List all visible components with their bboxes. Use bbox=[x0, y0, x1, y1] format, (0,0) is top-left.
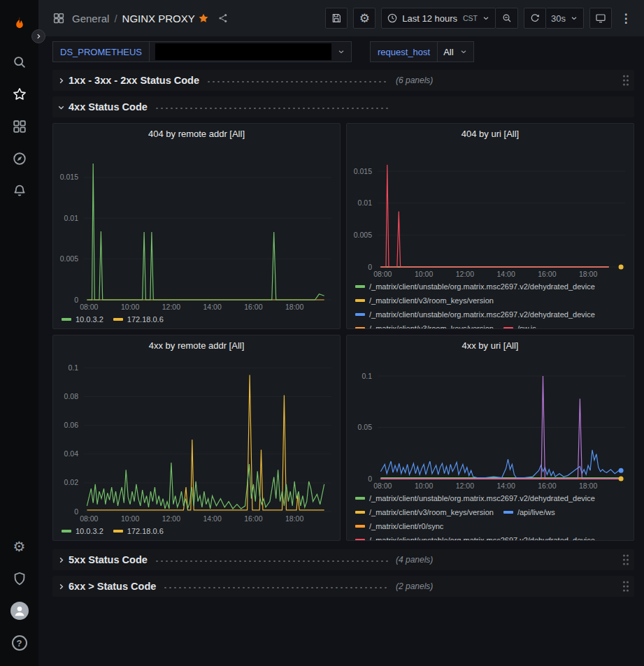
row-header-4xx[interactable]: 4xx Status Code bbox=[52, 96, 634, 117]
sidebar: ⚙ ? bbox=[0, 0, 38, 666]
legend-item[interactable]: /_matrix/client/unstable/org.matrix.msc2… bbox=[355, 281, 595, 292]
legend-label: /sw.js bbox=[517, 323, 536, 328]
breadcrumb-section[interactable]: General bbox=[72, 13, 109, 24]
favorite-star-icon[interactable] bbox=[198, 13, 209, 24]
help-icon[interactable]: ? bbox=[4, 627, 35, 659]
legend-item[interactable]: 172.18.0.6 bbox=[113, 526, 164, 537]
svg-text:0.1: 0.1 bbox=[68, 363, 78, 372]
timeseries-chart[interactable]: 00.050.108:0010:0012:0014:0016:0018:00 bbox=[347, 355, 634, 491]
row-title: 1xx - 3xx - 2xx Status Code bbox=[69, 75, 199, 86]
legend-item[interactable]: /_matrix/client/r0/sync bbox=[355, 521, 443, 532]
more-options-kebab-icon[interactable]: ⋮ bbox=[617, 8, 634, 29]
row-title: 4xx Status Code bbox=[69, 101, 148, 113]
chart-legend: /_matrix/client/unstable/org.matrix.msc2… bbox=[347, 491, 634, 540]
refresh-interval-dropdown[interactable]: 30s bbox=[546, 8, 584, 29]
row-header-5xx[interactable]: 5xx Status Code (4 panels) bbox=[52, 549, 634, 570]
timeseries-chart[interactable]: 00.0050.010.01508:0010:0012:0014:0016:00… bbox=[53, 143, 340, 312]
legend-item[interactable]: /_matrix/client/unstable/org.matrix.msc2… bbox=[355, 493, 595, 504]
legend-item[interactable]: /_matrix/client/v3/room_keys/version bbox=[355, 323, 494, 328]
svg-text:10:00: 10:00 bbox=[415, 270, 433, 278]
time-range-label: Last 12 hours bbox=[402, 13, 457, 24]
share-icon[interactable] bbox=[217, 13, 229, 24]
search-icon[interactable] bbox=[4, 46, 35, 78]
monitor-icon bbox=[595, 13, 606, 24]
timeseries-chart[interactable]: 00.020.040.060.080.108:0010:0012:0014:00… bbox=[53, 355, 340, 524]
variable-label-request-host[interactable]: request_host bbox=[370, 41, 437, 62]
svg-text:16:00: 16:00 bbox=[538, 482, 556, 490]
variable-value-ds-dropdown[interactable] bbox=[149, 41, 352, 62]
clock-icon bbox=[387, 13, 398, 24]
variable-label-ds[interactable]: DS_PROMETHEUS bbox=[52, 41, 149, 62]
legend-label: /_matrix/client/unstable/org.matrix.msc2… bbox=[369, 535, 595, 540]
legend-item[interactable]: /api/live/ws bbox=[503, 507, 555, 518]
chevron-down-icon bbox=[570, 14, 578, 22]
apps-grid-icon[interactable] bbox=[52, 12, 65, 24]
series-color-swatch bbox=[355, 299, 365, 302]
row-title: 5xx Status Code bbox=[69, 554, 148, 565]
time-range-picker[interactable]: Last 12 hours CST bbox=[381, 8, 496, 29]
dashboard-settings-button[interactable]: ⚙ bbox=[353, 8, 375, 29]
legend-item[interactable]: /_matrix/client/v3/room_keys/version bbox=[355, 295, 494, 306]
svg-text:08:00: 08:00 bbox=[80, 303, 98, 311]
configuration-gear-icon[interactable]: ⚙ bbox=[4, 530, 35, 563]
variable-value-request-host-dropdown[interactable]: All bbox=[437, 41, 473, 62]
alerting-bell-icon[interactable] bbox=[4, 175, 35, 207]
row-panel-count: (2 panels) bbox=[396, 581, 433, 591]
legend-label: /_matrix/client/unstable/org.matrix.msc2… bbox=[369, 493, 595, 504]
chevron-right-icon bbox=[57, 76, 66, 85]
legend-item[interactable]: 10.0.3.2 bbox=[62, 314, 103, 325]
variables-bar: DS_PROMETHEUS request_host All bbox=[38, 36, 644, 67]
grafana-logo-icon[interactable] bbox=[4, 6, 35, 42]
drag-handle-icon[interactable] bbox=[622, 553, 630, 566]
save-dashboard-button[interactable] bbox=[325, 8, 348, 29]
panel-404-by-remote-addr: 404 by remote addr [All] 00.0050.010.015… bbox=[52, 123, 341, 329]
legend-label: /api/live/ws bbox=[517, 507, 555, 518]
chart-legend: 10.0.3.2172.18.0.6 bbox=[53, 312, 340, 328]
expand-menu-button[interactable] bbox=[31, 29, 45, 43]
legend-item[interactable]: /_matrix/client/unstable/org.matrix.msc2… bbox=[355, 535, 595, 540]
svg-text:0: 0 bbox=[74, 296, 78, 304]
panel-title[interactable]: 4xx by uri [All] bbox=[347, 335, 634, 355]
legend-item[interactable]: 172.18.0.6 bbox=[113, 314, 164, 325]
legend-item[interactable]: /_matrix/client/v3/room_keys/version bbox=[355, 507, 494, 518]
server-admin-shield-icon[interactable] bbox=[4, 563, 35, 595]
chevron-right-icon bbox=[57, 582, 66, 591]
legend-label: /_matrix/client/unstable/org.matrix.msc2… bbox=[369, 281, 595, 292]
redacted-value bbox=[155, 43, 331, 60]
row-header-1xx[interactable]: 1xx - 3xx - 2xx Status Code (6 panels) bbox=[52, 70, 634, 91]
panel-4xx-by-remote-addr: 4xx by remote addr [All] 00.020.040.060.… bbox=[52, 335, 341, 541]
dashboards-icon[interactable] bbox=[4, 110, 35, 143]
starred-dashboards-icon[interactable] bbox=[4, 78, 35, 110]
legend-label: /_matrix/client/v3/room_keys/version bbox=[369, 507, 494, 518]
timeseries-chart[interactable]: 00.0050.010.01508:0010:0012:0014:0016:00… bbox=[347, 143, 634, 280]
refresh-icon bbox=[529, 13, 541, 24]
dotted-leader bbox=[155, 108, 389, 109]
panel-title[interactable]: 4xx by remote addr [All] bbox=[53, 335, 340, 355]
panels-grid: 404 by remote addr [All] 00.0050.010.015… bbox=[52, 123, 634, 541]
legend-label: 10.0.3.2 bbox=[76, 526, 103, 537]
panel-title[interactable]: 404 by remote addr [All] bbox=[53, 124, 340, 143]
chart-canvas: 00.0050.010.01508:0010:0012:0014:0016:00… bbox=[347, 143, 634, 280]
drag-handle-icon[interactable] bbox=[622, 74, 630, 87]
profile-avatar[interactable] bbox=[4, 595, 35, 627]
zoom-out-time-button[interactable] bbox=[496, 8, 518, 29]
refresh-button[interactable] bbox=[524, 8, 546, 29]
row-panel-count: (6 panels) bbox=[396, 75, 433, 85]
panel-title[interactable]: 404 by uri [All] bbox=[347, 124, 634, 143]
legend-item[interactable]: /sw.js bbox=[503, 323, 536, 328]
svg-text:10:00: 10:00 bbox=[121, 303, 139, 311]
svg-text:12:00: 12:00 bbox=[162, 303, 180, 311]
row-header-6xx[interactable]: 6xx > Status Code (2 panels) bbox=[52, 576, 634, 597]
kiosk-mode-button[interactable] bbox=[589, 8, 612, 29]
dashboard-scroll-area: 1xx - 3xx - 2xx Status Code (6 panels) 4… bbox=[38, 67, 644, 666]
series-color-swatch bbox=[62, 530, 71, 533]
legend-item[interactable]: /_matrix/client/unstable/org.matrix.msc2… bbox=[355, 309, 595, 320]
explore-compass-icon[interactable] bbox=[4, 143, 35, 175]
grafana-app: ⚙ ? General / NGINX PROXY bbox=[0, 0, 644, 666]
svg-text:0.06: 0.06 bbox=[64, 421, 79, 429]
legend-item[interactable]: 10.0.3.2 bbox=[62, 526, 103, 537]
svg-text:0.01: 0.01 bbox=[64, 214, 79, 222]
drag-handle-icon[interactable] bbox=[622, 580, 630, 593]
svg-text:0.01: 0.01 bbox=[358, 198, 373, 207]
legend-label: /_matrix/client/v3/room_keys/version bbox=[369, 323, 494, 328]
